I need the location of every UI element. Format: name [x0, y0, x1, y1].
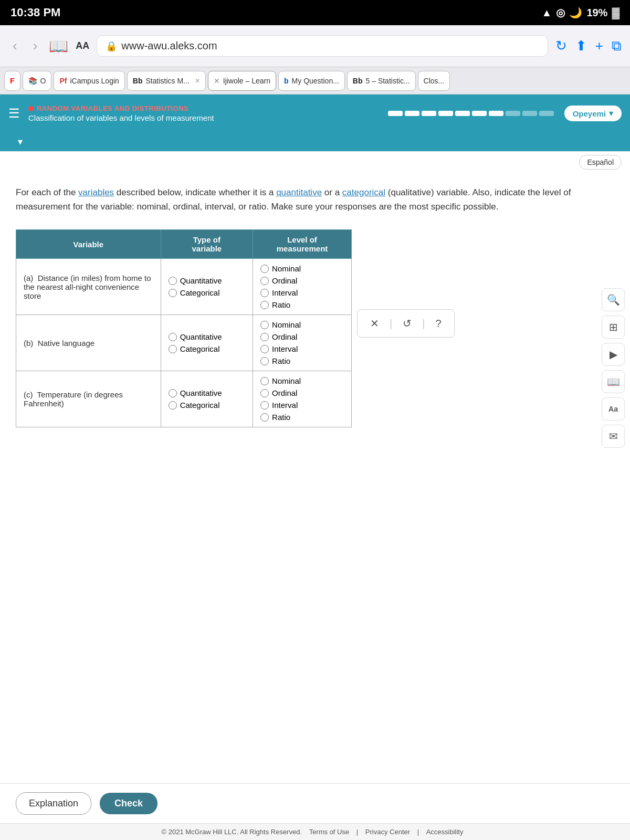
undo-button[interactable]: ↺: [397, 315, 417, 332]
radio-input-ordinal-b[interactable]: [260, 333, 269, 341]
radio-interval-a[interactable]: Interval: [260, 288, 344, 297]
table-row: (a) Distance (in miles) from home to the…: [16, 259, 352, 315]
variables-link[interactable]: variables: [78, 187, 114, 197]
radio-input-interval-a[interactable]: [260, 289, 269, 297]
radio-ordinal-b[interactable]: Ordinal: [260, 332, 344, 341]
font-size-label[interactable]: AA: [76, 40, 89, 51]
tab-icon-bb1: Bb: [133, 77, 143, 85]
tab-f[interactable]: F: [4, 71, 20, 91]
status-indicators: ▲ ◎ 🌙 19% ▓: [542, 6, 620, 19]
tab-5statistic[interactable]: Bb 5 – Statistic...: [347, 71, 416, 91]
espanol-button[interactable]: Español: [579, 155, 622, 170]
font-side-button[interactable]: Aa: [602, 397, 625, 421]
explanation-button[interactable]: Explanation: [16, 792, 91, 815]
radio-nominal-b[interactable]: Nominal: [260, 320, 344, 329]
radio-nominal-c[interactable]: Nominal: [260, 376, 344, 385]
radio-input-ratio-c[interactable]: [260, 413, 269, 422]
tab-switcher-button[interactable]: ⧉: [612, 38, 622, 54]
categorical-label-a: Categorical: [180, 288, 220, 297]
tab-myquestion[interactable]: b My Question...: [278, 71, 345, 91]
tab-label-ijiwole: Ijiwole – Learn: [223, 77, 270, 85]
quantitative-label-c: Quantitative: [180, 388, 222, 397]
separator-2: |: [422, 318, 425, 330]
tab-label-close: Clos...: [424, 77, 445, 85]
wifi-icon: ▲: [542, 7, 552, 19]
close-tab-statistics[interactable]: ✕: [195, 77, 200, 85]
hamburger-menu[interactable]: ☰: [8, 106, 20, 121]
radio-ratio-c[interactable]: Ratio: [260, 413, 344, 422]
progress-seg-8: [506, 111, 520, 116]
radio-input-ordinal-a[interactable]: [260, 277, 269, 285]
reload-button[interactable]: ↻: [555, 38, 567, 54]
espanol-area: Español: [0, 152, 630, 173]
radio-input-nominal-a[interactable]: [260, 265, 269, 273]
header-title: Classification of variables and levels o…: [28, 113, 388, 122]
level-col-a: Nominal Ordinal Interval Ratio: [253, 259, 352, 315]
x-button[interactable]: ✕: [365, 315, 384, 332]
tab-close[interactable]: Clos...: [418, 71, 450, 91]
check-button[interactable]: Check: [100, 793, 158, 814]
accessibility-link[interactable]: Accessibility: [426, 828, 464, 836]
play-side-button[interactable]: ▶: [602, 343, 625, 366]
battery-icon: ▓: [612, 7, 620, 19]
mail-side-button[interactable]: ✉: [602, 425, 625, 448]
bookmarks-icon[interactable]: 📖: [49, 37, 68, 55]
progress-seg-5: [455, 111, 470, 116]
privacy-link[interactable]: Privacy Center: [365, 828, 410, 836]
back-button[interactable]: ‹: [8, 36, 22, 56]
radio-input-categorical-c[interactable]: [169, 401, 177, 410]
new-tab-button[interactable]: +: [595, 38, 603, 54]
help-button[interactable]: ?: [430, 316, 446, 332]
radio-categorical-b[interactable]: Categorical: [169, 344, 245, 353]
radio-interval-b[interactable]: Interval: [260, 344, 344, 353]
tabs-bar: F 📚 O Pf iCampus Login Bb Statistics M..…: [0, 67, 630, 94]
radio-ratio-a[interactable]: Ratio: [260, 300, 344, 309]
ordinal-label-b: Ordinal: [272, 332, 297, 341]
tab-icampus[interactable]: Pf iCampus Login: [54, 71, 124, 91]
radio-quantitative-a[interactable]: Quantitative: [169, 276, 245, 285]
radio-input-ordinal-c[interactable]: [260, 389, 269, 397]
radio-ratio-b[interactable]: Ratio: [260, 356, 344, 365]
radio-input-ratio-b[interactable]: [260, 357, 269, 365]
user-menu-button[interactable]: Opeyemi ▾: [564, 106, 622, 121]
radio-input-nominal-c[interactable]: [260, 377, 269, 385]
tab-statistics[interactable]: Bb Statistics M... ✕: [127, 71, 206, 91]
search-side-button[interactable]: 🔍: [602, 288, 625, 311]
table-side-button[interactable]: ⊞: [602, 316, 625, 339]
tab-ijiwole[interactable]: ✕ Ijiwole – Learn: [208, 71, 276, 91]
quantitative-link[interactable]: quantitative: [276, 187, 322, 197]
radio-categorical-a[interactable]: Categorical: [169, 288, 245, 297]
radio-interval-c[interactable]: Interval: [260, 401, 344, 410]
forward-button[interactable]: ›: [29, 36, 42, 56]
radio-categorical-c[interactable]: Categorical: [169, 401, 245, 410]
browser-actions: ↻ ⬆ + ⧉: [555, 38, 622, 54]
radio-input-ratio-a[interactable]: [260, 301, 269, 309]
radio-ordinal-a[interactable]: Ordinal: [260, 276, 344, 285]
tab-o[interactable]: 📚 O: [23, 71, 52, 91]
radio-input-interval-c[interactable]: [260, 401, 269, 410]
address-bar[interactable]: 🔒 www-awu.aleks.com: [97, 35, 548, 57]
radio-quantitative-c[interactable]: Quantitative: [169, 388, 245, 397]
tab-icon-close: ✕: [214, 77, 220, 85]
radio-input-interval-b[interactable]: [260, 345, 269, 353]
radio-quantitative-b[interactable]: Quantitative: [169, 332, 245, 341]
share-button[interactable]: ⬆: [575, 38, 587, 54]
radio-nominal-a[interactable]: Nominal: [260, 264, 344, 273]
categorical-label-c: Categorical: [180, 401, 220, 410]
interval-label-b: Interval: [272, 344, 298, 353]
book-side-button[interactable]: 📖: [602, 370, 625, 393]
categorical-link[interactable]: categorical: [342, 187, 385, 197]
radio-input-categorical-b[interactable]: [169, 345, 177, 353]
terms-link[interactable]: Terms of Use: [309, 828, 350, 836]
radio-ordinal-c[interactable]: Ordinal: [260, 388, 344, 397]
progress-seg-3: [422, 111, 436, 116]
radio-input-quantitative-b[interactable]: [169, 333, 177, 341]
dropdown-toggle[interactable]: ▾: [10, 134, 29, 149]
url-text: www-awu.aleks.com: [121, 40, 217, 52]
radio-input-quantitative-c[interactable]: [169, 389, 177, 397]
categorical-label-b: Categorical: [180, 344, 220, 353]
radio-input-quantitative-a[interactable]: [169, 277, 177, 285]
time-date: 10:38 PM: [10, 6, 60, 19]
radio-input-nominal-b[interactable]: [260, 321, 269, 329]
radio-input-categorical-a[interactable]: [169, 289, 177, 297]
